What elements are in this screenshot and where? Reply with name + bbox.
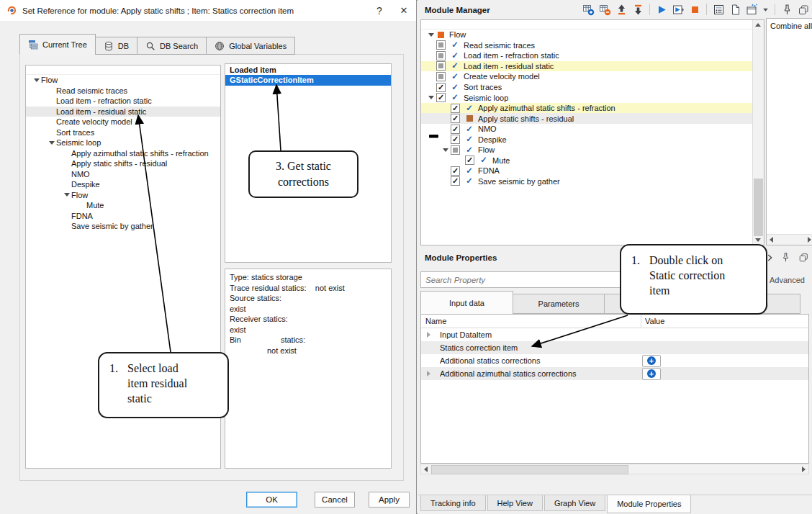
module-item-read-seismic-traces[interactable]: ✓Read seismic traces [421, 40, 764, 51]
module-item-load-item-residual-static[interactable]: ✓Load item - residual static [421, 61, 764, 72]
expander-icon[interactable] [421, 332, 440, 338]
checkbox-checked[interactable]: ✓ [451, 125, 460, 134]
expander-icon[interactable] [32, 78, 41, 82]
expander-icon[interactable] [47, 141, 56, 145]
tab-input-data[interactable]: Input data [420, 291, 513, 314]
report-icon[interactable] [712, 3, 725, 16]
tab-global-variables[interactable]: Global Variables [206, 37, 295, 55]
module-item-despike[interactable]: ✓✓Despike [421, 134, 764, 145]
checkbox-checked[interactable]: ✓ [451, 104, 460, 113]
module-item-nmo[interactable]: ✓✓NMO [421, 124, 764, 135]
tree-item-mute[interactable]: Mute [26, 200, 220, 211]
scroll-left-button[interactable] [421, 464, 430, 474]
cancel-button[interactable]: Cancel [315, 492, 355, 508]
tree-item-save-seismic-by-gather[interactable]: Save seismic by gather [26, 221, 220, 232]
ok-button[interactable]: OK [246, 492, 297, 508]
tab-db[interactable]: DB [95, 37, 137, 55]
scrollbar-thumb[interactable] [754, 179, 763, 236]
bottom-tab-module-properties[interactable]: Module Properties [607, 495, 691, 513]
module-item-create-velocity-model[interactable]: ✓Create velocity model [421, 71, 764, 82]
checkbox-checked[interactable]: ✓ [451, 114, 460, 123]
property-row-additional-statics-corrections[interactable]: Additional statics corrections+ [421, 354, 808, 367]
float-window-icon[interactable] [798, 252, 809, 263]
import-icon[interactable] [615, 3, 628, 16]
module-item-apply-static-shifts-residual[interactable]: ✓Apply static shifts - residual [421, 113, 764, 124]
advanced-toggle[interactable]: Advanced [770, 276, 805, 284]
help-button[interactable]: ? [367, 0, 392, 21]
module-item-load-item-refraction-static[interactable]: ✓Load item - refraction static [421, 50, 764, 61]
tree-item-create-velocity-model[interactable]: Create velocity model [26, 117, 220, 127]
add-value-button[interactable]: + [642, 368, 661, 380]
close-button[interactable]: ✕ [392, 0, 416, 21]
checkbox-checked[interactable]: ✓ [436, 93, 446, 102]
checkbox-partial[interactable] [436, 72, 446, 81]
combine-horizontal-scrollbar[interactable] [767, 234, 812, 245]
tree-item-load-item-residual-static[interactable]: Load item - residual static [26, 107, 220, 117]
scrollbar-thumb[interactable] [431, 465, 628, 474]
run-flow-icon[interactable] [672, 3, 685, 16]
module-item-mute[interactable]: ✓✓Mute [421, 155, 764, 166]
property-row-additional-azimuthal-statics-corrections[interactable]: Additional azimuthal statics corrections… [421, 367, 808, 380]
module-item-apply-azimuthal-static-shifts-refraction[interactable]: ✓✓Apply azimuthal static shifts - refrac… [421, 103, 764, 114]
tab-current-tree[interactable]: Current Tree [19, 34, 96, 55]
expander-icon[interactable] [421, 371, 440, 377]
tree-item-despike[interactable]: Despike [26, 179, 220, 190]
property-row-statics-correction-item[interactable]: Statics correction item [421, 341, 808, 354]
pin-icon[interactable] [780, 252, 791, 263]
checkbox-partial[interactable] [436, 40, 446, 50]
checkbox-checked[interactable]: ✓ [451, 135, 460, 144]
checkbox-partial[interactable] [436, 51, 446, 60]
tree-item-apply-static-shifts-residual[interactable]: Apply static shifts - residual [26, 158, 220, 169]
checkbox-checked[interactable]: ✓ [465, 155, 474, 165]
tree-item-fdna[interactable]: FDNA [26, 211, 220, 222]
expander-icon[interactable] [425, 33, 436, 37]
scroll-left-button[interactable] [767, 235, 776, 244]
chevron-right-icon[interactable] [767, 253, 773, 262]
module-item-save-seismic-by-gather[interactable]: ✓✓Save seismic by gather [421, 176, 764, 187]
tab-parameters[interactable]: Parameters [513, 294, 605, 314]
checkbox-partial[interactable] [451, 145, 460, 155]
module-item-flow[interactable]: Flow [421, 30, 764, 40]
scroll-right-button[interactable] [805, 235, 812, 244]
tree-item-flow[interactable]: Flow [26, 75, 220, 86]
checkbox-checked[interactable]: ✓ [451, 176, 460, 186]
checkbox-partial[interactable] [436, 61, 446, 71]
add-value-button[interactable]: + [642, 355, 661, 367]
float-icon[interactable] [797, 3, 810, 16]
module-item-fdna[interactable]: ✓✓FDNA [421, 166, 764, 176]
tree-item-seismic-loop[interactable]: Seismic loop [26, 137, 220, 148]
stop-icon[interactable] [688, 3, 701, 16]
run-icon[interactable] [655, 3, 668, 16]
expander-icon[interactable] [440, 148, 451, 152]
bottom-tab-graph-view[interactable]: Graph View [544, 495, 605, 511]
paste-icon[interactable] [728, 3, 741, 16]
remove-module-icon[interactable] [598, 3, 611, 16]
export-icon[interactable] [631, 3, 644, 16]
tree-item-apply-azimuthal-static-shifts-refraction[interactable]: Apply azimuthal static shifts - refracti… [26, 148, 220, 159]
module-tree-vertical-scrollbar[interactable] [752, 20, 764, 245]
bottom-tab-help-view[interactable]: Help View [487, 495, 543, 511]
module-item-sort-traces[interactable]: ✓✓Sort traces [421, 82, 764, 93]
expander-icon[interactable] [425, 96, 436, 99]
tab-db-search[interactable]: DB Search [137, 37, 207, 55]
expander-icon[interactable] [62, 193, 71, 197]
scroll-up-button[interactable] [753, 20, 762, 30]
bottom-tab-tracking-info[interactable]: Tracking info [420, 495, 486, 511]
checkbox-checked[interactable]: ✓ [436, 83, 446, 92]
property-row-input-dataitem[interactable]: Input DataItem [421, 328, 808, 341]
tree-item-flow[interactable]: Flow [26, 190, 220, 201]
properties-horizontal-scrollbar[interactable] [420, 464, 809, 474]
apply-button[interactable]: Apply [369, 492, 410, 508]
pin-icon[interactable] [780, 3, 793, 16]
tree-item-nmo[interactable]: NMO [26, 169, 220, 180]
tree-item-load-item-refraction-static[interactable]: Load item - refraction static [26, 96, 220, 107]
caret-down-icon[interactable] [762, 3, 770, 16]
add-module-icon[interactable] [582, 3, 595, 16]
loaded-item-gstaticcorrectionitem[interactable]: GStaticCorrectionItem [225, 75, 391, 86]
combine-all-label[interactable]: Combine all [767, 19, 812, 30]
module-item-seismic-loop[interactable]: ✓✓Seismic loop [421, 92, 764, 103]
scroll-right-button[interactable] [799, 464, 808, 474]
module-item-flow[interactable]: ✓Flow [421, 145, 764, 155]
tree-item-sort-traces[interactable]: Sort traces [26, 127, 220, 138]
new-window-icon[interactable] [745, 3, 758, 16]
